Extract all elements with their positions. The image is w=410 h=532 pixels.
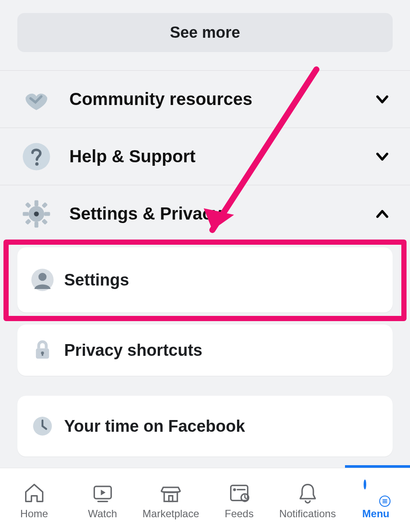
tab-label: Feeds (225, 508, 254, 520)
marketplace-icon (159, 481, 183, 505)
section-label: Help & Support (69, 147, 372, 166)
tab-label: Notifications (279, 508, 336, 520)
svg-point-11 (34, 211, 39, 216)
section-label: Community resources (69, 89, 372, 109)
menu-item-settings[interactable]: Settings (17, 247, 393, 312)
svg-point-0 (23, 143, 50, 170)
watch-icon (91, 481, 115, 505)
avatar (364, 481, 388, 505)
person-icon (30, 268, 55, 292)
handshake-icon (21, 84, 52, 115)
home-icon (22, 481, 46, 505)
feeds-icon (227, 481, 251, 505)
see-more-label: See more (170, 23, 240, 42)
section-help-support[interactable]: Help & Support (0, 128, 410, 185)
chevron-down-icon (372, 146, 393, 167)
svg-point-26 (233, 488, 236, 491)
bottom-tab-bar: Home Watch Marketplace (0, 468, 410, 532)
tab-label: Watch (88, 508, 117, 520)
menu-item-your-time[interactable]: Your time on Facebook (17, 396, 393, 456)
svg-point-1 (35, 162, 39, 166)
svg-rect-23 (164, 492, 177, 501)
tab-watch[interactable]: Watch (68, 468, 137, 532)
menu-item-label: Settings (64, 271, 129, 289)
tab-marketplace[interactable]: Marketplace (137, 468, 205, 532)
chevron-down-icon (372, 89, 393, 110)
svg-rect-4 (35, 222, 39, 228)
lock-icon (30, 338, 55, 362)
gear-icon (21, 198, 52, 230)
clock-icon (30, 414, 55, 438)
svg-rect-9 (42, 202, 48, 208)
tab-label: Menu (362, 508, 390, 520)
question-icon (21, 141, 52, 172)
svg-rect-6 (44, 212, 50, 216)
svg-marker-21 (101, 489, 105, 495)
tab-label: Home (20, 508, 48, 520)
svg-rect-8 (42, 218, 48, 224)
svg-rect-10 (25, 218, 31, 224)
section-community-resources[interactable]: Community resources (0, 70, 410, 128)
chevron-up-icon (372, 204, 393, 224)
svg-rect-24 (169, 496, 173, 501)
section-settings-privacy[interactable]: Settings & Privacy (0, 185, 410, 242)
svg-rect-7 (25, 202, 31, 208)
svg-rect-16 (42, 353, 43, 356)
menu-item-privacy-shortcuts[interactable]: Privacy shortcuts (17, 325, 393, 376)
menu-item-label: Privacy shortcuts (64, 341, 202, 360)
menu-item-label: Your time on Facebook (64, 417, 245, 436)
tab-label: Marketplace (143, 508, 199, 520)
bell-icon (296, 481, 320, 505)
section-label: Settings & Privacy (69, 204, 372, 223)
tab-home[interactable]: Home (0, 468, 68, 532)
tab-feeds[interactable]: Feeds (205, 468, 273, 532)
tab-notifications[interactable]: Notifications (273, 468, 342, 532)
svg-rect-3 (35, 200, 39, 206)
svg-rect-5 (23, 212, 29, 216)
hamburger-icon (379, 496, 390, 507)
svg-point-13 (39, 273, 47, 281)
see-more-button[interactable]: See more (17, 13, 393, 52)
tab-menu[interactable]: Menu (342, 468, 410, 532)
